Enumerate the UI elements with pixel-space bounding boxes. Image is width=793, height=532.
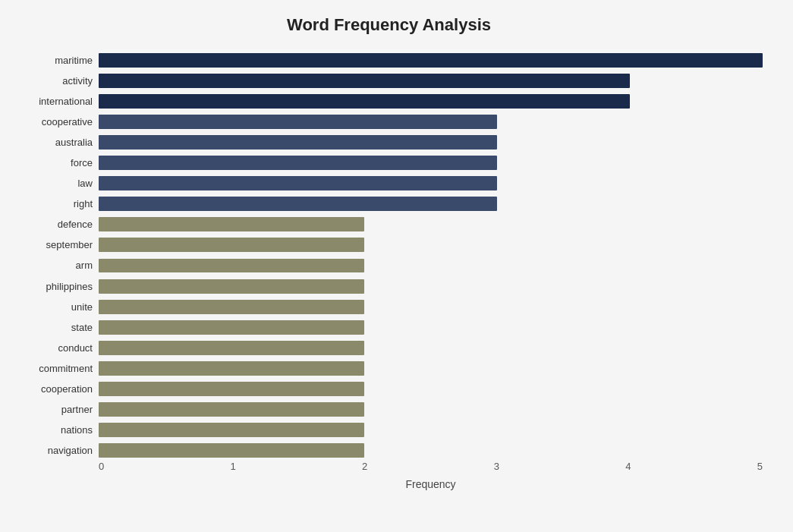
chart-area: maritimeactivityinternationalcooperative… bbox=[15, 50, 763, 461]
bar-track bbox=[99, 320, 763, 335]
bar-fill bbox=[99, 74, 630, 88]
bar-label: partner bbox=[15, 404, 99, 415]
bar-row: navigation bbox=[15, 440, 763, 461]
bar-label: australia bbox=[15, 137, 99, 148]
bar-track bbox=[99, 74, 763, 88]
bar-label: international bbox=[15, 96, 99, 107]
bar-row: australia bbox=[15, 132, 763, 153]
bar-row: arm bbox=[15, 255, 763, 275]
bar-track bbox=[99, 423, 763, 437]
bar-track bbox=[99, 382, 763, 396]
x-tick: 2 bbox=[362, 461, 367, 472]
bar-row: philippines bbox=[15, 276, 763, 297]
bar-label: maritime bbox=[15, 55, 99, 66]
bar-fill bbox=[99, 217, 364, 231]
bar-track bbox=[99, 300, 763, 314]
bar-row: force bbox=[15, 153, 763, 173]
bar-fill bbox=[99, 135, 497, 150]
bar-row: partner bbox=[15, 399, 763, 420]
x-tick: 0 bbox=[99, 461, 104, 472]
x-tick: 5 bbox=[757, 461, 763, 472]
bar-fill bbox=[99, 279, 364, 294]
chart-title: Word Frequency Analysis bbox=[15, 15, 763, 35]
bar-track bbox=[99, 94, 763, 109]
bar-track bbox=[99, 279, 763, 294]
bar-label: law bbox=[15, 178, 99, 189]
x-axis-line: 012345 bbox=[15, 461, 763, 472]
bar-label: nations bbox=[15, 424, 99, 436]
bar-track bbox=[99, 402, 763, 417]
bar-label: unite bbox=[15, 301, 99, 313]
x-axis-label: Frequency bbox=[15, 478, 763, 490]
bar-track bbox=[99, 115, 763, 129]
bar-label: september bbox=[15, 239, 99, 250]
bar-label: arm bbox=[15, 260, 99, 271]
bar-row: conduct bbox=[15, 338, 763, 358]
bar-fill bbox=[99, 382, 364, 396]
bar-label: state bbox=[15, 322, 99, 333]
bar-label: force bbox=[15, 157, 99, 168]
bar-row: september bbox=[15, 235, 763, 255]
bar-fill bbox=[99, 320, 364, 335]
bar-label: right bbox=[15, 198, 99, 209]
bar-row: cooperative bbox=[15, 112, 763, 132]
x-tick: 4 bbox=[625, 461, 631, 472]
bar-label: philippines bbox=[15, 281, 99, 292]
bar-row: right bbox=[15, 194, 763, 214]
bar-fill bbox=[99, 156, 497, 170]
bar-track bbox=[99, 361, 763, 376]
bar-row: maritime bbox=[15, 50, 763, 71]
bar-track bbox=[99, 176, 763, 190]
bar-track bbox=[99, 341, 763, 355]
bar-track bbox=[99, 238, 763, 252]
bar-track bbox=[99, 259, 763, 273]
bar-fill bbox=[99, 259, 364, 273]
x-tick: 1 bbox=[231, 461, 236, 472]
bar-fill bbox=[99, 402, 364, 417]
x-ticks: 012345 bbox=[99, 461, 763, 472]
bar-fill bbox=[99, 341, 364, 355]
bar-fill bbox=[99, 423, 364, 437]
bar-fill bbox=[99, 238, 364, 252]
bar-fill bbox=[99, 53, 763, 68]
bar-label: activity bbox=[15, 75, 99, 87]
bar-row: activity bbox=[15, 71, 763, 91]
bar-fill bbox=[99, 115, 497, 129]
bar-fill bbox=[99, 176, 497, 190]
bar-track bbox=[99, 443, 763, 458]
bar-label: commitment bbox=[15, 363, 99, 374]
bar-row: defence bbox=[15, 214, 763, 235]
x-tick: 3 bbox=[494, 461, 499, 472]
bar-track bbox=[99, 217, 763, 231]
bar-label: conduct bbox=[15, 342, 99, 354]
bar-label: cooperation bbox=[15, 383, 99, 395]
bar-label: defence bbox=[15, 219, 99, 230]
bar-row: state bbox=[15, 317, 763, 338]
x-axis-area: 012345 Frequency bbox=[15, 461, 763, 490]
bar-label: navigation bbox=[15, 445, 99, 456]
bar-label: cooperative bbox=[15, 116, 99, 127]
bar-fill bbox=[99, 300, 364, 314]
chart-container: Word Frequency Analysis maritimeactivity… bbox=[0, 0, 793, 532]
bar-track bbox=[99, 156, 763, 170]
bar-track bbox=[99, 197, 763, 211]
bar-fill bbox=[99, 443, 364, 458]
bar-track bbox=[99, 135, 763, 150]
bar-fill bbox=[99, 361, 364, 376]
bar-row: cooperation bbox=[15, 379, 763, 399]
bar-row: law bbox=[15, 173, 763, 194]
bar-fill bbox=[99, 94, 630, 109]
bar-fill bbox=[99, 197, 497, 211]
bar-row: commitment bbox=[15, 358, 763, 379]
bar-row: nations bbox=[15, 420, 763, 440]
bar-row: unite bbox=[15, 297, 763, 317]
bar-track bbox=[99, 53, 763, 68]
bar-row: international bbox=[15, 91, 763, 112]
